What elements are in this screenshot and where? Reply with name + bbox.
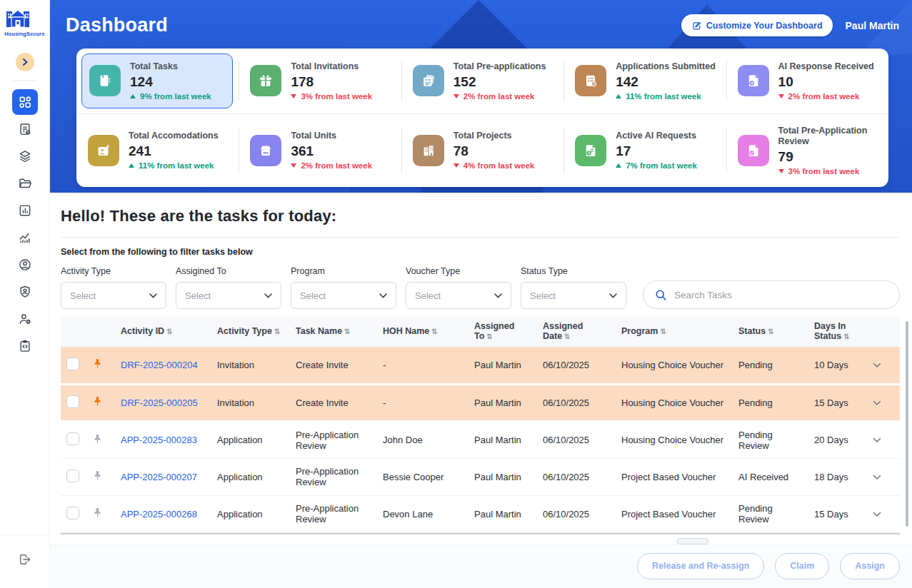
voucher-type-select[interactable]: Select [406,282,511,309]
pin-icon[interactable] [92,358,103,369]
pin-icon[interactable] [92,470,103,481]
customize-dashboard-button[interactable]: Customize Your Dashboard [681,14,833,36]
sort-icon[interactable]: ⇅ [166,328,172,335]
release-reassign-button[interactable]: Release and Re-assign [637,553,764,579]
header-days-in-status[interactable]: Days In Status⇅ [808,315,867,347]
row-expand-chevron-icon[interactable] [873,437,881,443]
sort-icon[interactable]: ⇅ [843,333,849,340]
sort-icon[interactable]: ⇅ [660,328,666,335]
table-row[interactable]: DRF-2025-000205 Invitation Create Invite… [61,384,900,421]
activity-id-link[interactable]: APP-2025-000207 [121,472,197,482]
sidebar-item-forms[interactable] [12,333,38,359]
activity-id-link[interactable]: APP-2025-000268 [121,509,197,519]
stat-trend: 9% from last week [130,92,211,101]
sort-icon[interactable]: ⇅ [344,328,350,335]
sidebar-item-admin[interactable] [12,279,38,305]
sidebar-item-layers[interactable] [12,143,38,169]
stat-card-total-pre-applications[interactable]: Total Pre-applications 152 2% from last … [401,49,563,113]
claim-button[interactable]: Claim [775,553,829,579]
assign-button[interactable]: Assign [840,553,900,579]
vertical-scrollbar-thumb[interactable] [906,321,908,527]
pre-application-review-icon [738,135,769,166]
select-placeholder: Select [300,290,379,301]
header-task-name[interactable]: Task Name⇅ [290,315,377,347]
user-name[interactable]: Paul Martin [846,20,899,31]
sidebar-expand-button[interactable] [16,53,34,71]
program-select[interactable]: Select [291,282,396,309]
content-area: Dashboard Customize Your Dashboard Paul … [50,0,912,588]
trend-down-icon [291,163,296,168]
header-hoh-name[interactable]: HOH Name⇅ [377,315,468,347]
stat-card-total-invitations[interactable]: Total Invitations 178 3% from last week [239,49,401,113]
sidebar-item-folder[interactable] [12,171,38,196]
cell-hoh-name: Bessie Cooper [377,458,468,495]
sort-icon[interactable]: ⇅ [486,333,492,340]
status-type-select[interactable]: Select [521,282,626,309]
horizontal-scrollbar-thumb[interactable] [677,538,708,544]
stat-card-applications-submitted[interactable]: Applications Submitted 142 11% from last… [563,49,726,113]
activity-id-link[interactable]: DRF-2025-000205 [121,397,198,408]
stat-trend: 2% from last week [291,161,372,170]
sidebar-item-tasks[interactable] [12,116,38,142]
header-status[interactable]: Status⇅ [733,315,808,347]
sort-icon[interactable]: ⇅ [768,328,773,335]
table-row[interactable]: DRF-2025-000204 Invitation Create Invite… [61,347,900,384]
layers-icon [18,149,32,163]
sidebar-item-user-settings[interactable] [12,306,38,332]
row-checkbox[interactable] [66,358,79,370]
search-input[interactable] [674,290,888,300]
stat-card-total-projects[interactable]: Total Projects 78 4% from last week [401,114,563,187]
table-row[interactable]: APP-2025-000268 Application Pre-Applicat… [61,495,900,532]
stat-trend: 7% from last week [616,161,697,170]
stat-card-total-accomodations[interactable]: Total Accomodations 241 11% from last we… [76,114,239,187]
pin-icon[interactable] [92,434,103,445]
trend-down-icon [454,94,459,98]
stat-label: Total Invitations [291,61,372,73]
logout-icon [18,552,32,567]
stat-card-total-units[interactable]: Total Units 361 2% from last week [239,114,401,187]
sort-icon[interactable]: ⇅ [274,328,280,335]
sidebar-item-dashboard[interactable] [12,89,38,115]
activity-id-link[interactable]: DRF-2025-000204 [121,360,198,370]
assigned-to-select[interactable]: Select [176,282,281,309]
header-activity-id[interactable]: Activity ID⇅ [115,315,211,347]
sidebar-item-analytics[interactable] [12,225,38,250]
table-row[interactable]: APP-2025-000283 Application Pre-Applicat… [61,421,900,458]
header-assigned-to[interactable]: Assigned To⇅ [468,315,537,347]
edit-pencil-icon [691,21,701,31]
row-checkbox[interactable] [66,395,79,408]
stat-card-ai-response-received[interactable]: AI Response Received 10 2% from last wee… [726,49,888,113]
app-window: HousingSecure [0,0,912,588]
header-activity-type[interactable]: Activity Type⇅ [211,315,290,347]
header-program[interactable]: Program⇅ [616,315,733,347]
table-row[interactable]: APP-2025-000207 Application Pre-Applicat… [61,458,900,495]
select-placeholder: Select [185,290,264,301]
cell-assigned-to: Paul Martin [468,495,537,532]
stat-card-total-tasks[interactable]: Total Tasks 124 9% from last week [81,54,233,108]
trend-up-icon [129,163,134,168]
sort-icon[interactable]: ⇅ [431,328,437,335]
sidebar-item-reports[interactable] [12,198,38,223]
cell-status: AI Received [733,458,808,495]
brand-name: HousingSecure [4,31,44,37]
row-checkbox[interactable] [66,507,79,519]
pin-icon[interactable] [92,507,103,518]
row-checkbox[interactable] [66,432,79,445]
sidebar-item-logout[interactable] [12,547,38,572]
activity-id-link[interactable]: APP-2025-000283 [121,435,197,445]
stat-card-active-ai-requests[interactable]: Active AI Requests 17 7% from last week [563,114,726,187]
horizontal-scrollbar [61,533,900,544]
stat-card-total-pre-application-review[interactable]: Total Pre-Application Review 79 3% from … [726,114,888,187]
header-assigned-date[interactable]: Assigned Date⇅ [537,315,616,347]
chevron-down-icon [379,293,387,298]
row-expand-chevron-icon[interactable] [873,475,881,480]
filter-label: Program [291,266,396,276]
sidebar-item-profile[interactable] [12,252,38,278]
sort-icon[interactable]: ⇅ [564,333,570,340]
row-expand-chevron-icon[interactable] [873,400,881,406]
row-expand-chevron-icon[interactable] [873,363,881,368]
row-expand-chevron-icon[interactable] [873,512,881,517]
row-checkbox[interactable] [66,470,79,482]
activity-type-select[interactable]: Select [61,282,166,309]
pin-icon[interactable] [92,396,103,407]
